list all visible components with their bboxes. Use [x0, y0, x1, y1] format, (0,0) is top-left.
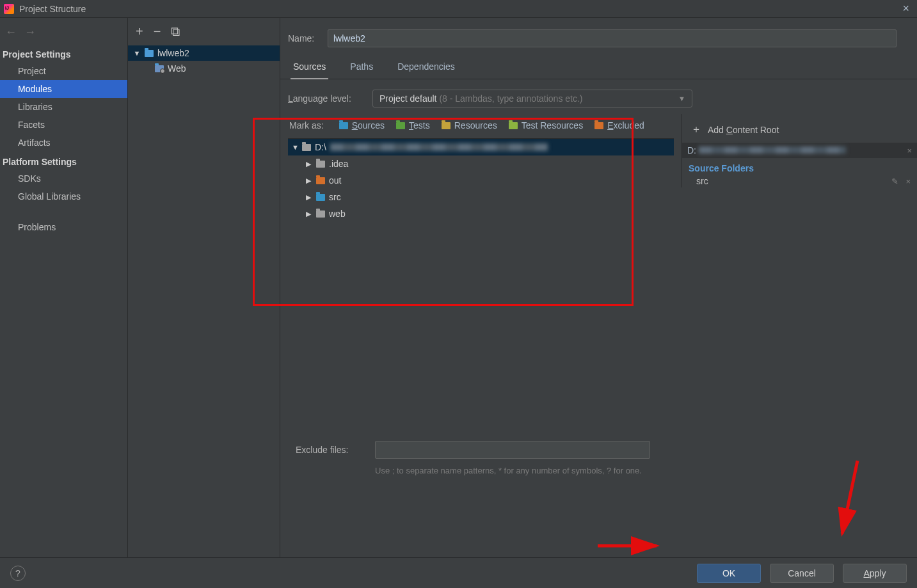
window-title: Project Structure — [19, 4, 86, 14]
caret-right-icon[interactable]: ▶ — [306, 177, 312, 185]
tree-item-idea[interactable]: ▶ .idea — [288, 155, 674, 172]
nav-item-sdks[interactable]: SDKs — [0, 170, 127, 187]
tab-sources[interactable]: Sources — [291, 58, 328, 79]
language-level-value: Project default — [379, 93, 437, 104]
resources-folder-icon — [442, 122, 451, 129]
markas-sources-button[interactable]: Sources — [339, 120, 385, 131]
nav-history-controls: ← → — [0, 18, 127, 44]
markas-tests-mnemonic: T — [409, 120, 413, 131]
tab-paths[interactable]: Paths — [347, 58, 376, 79]
add-content-root-text1: Add — [708, 125, 726, 135]
language-level-select[interactable]: Project default (8 - Lambdas, type annot… — [372, 90, 692, 107]
name-label: Name: — [288, 33, 319, 44]
content-root-row[interactable]: ▼ D:\ — [288, 139, 674, 155]
add-content-root-text2: ontent Root — [733, 125, 779, 135]
nav-item-libraries[interactable]: Libraries — [0, 98, 127, 116]
language-level-hint2: (8 - Lambdas, type annotations etc.) — [439, 93, 582, 104]
markas-excluded-text: xcluded — [614, 120, 644, 131]
add-module-icon[interactable]: + — [136, 24, 143, 39]
caret-down-icon[interactable]: ▼ — [292, 143, 298, 151]
root-path-prefix: D: — [687, 145, 696, 155]
content-root-summary: ＋ Add Content Root D: × Source Folders s… — [682, 114, 917, 187]
folder-label: .idea — [329, 159, 348, 169]
exclude-label: Exclude files: — [296, 445, 367, 455]
language-level-label: Language level: — [288, 93, 365, 104]
nav-item-problems[interactable]: Problems — [0, 218, 127, 236]
source-folder-row: src ✎ × — [682, 175, 917, 187]
nav-section-project-settings: Project Settings — [0, 44, 127, 62]
app-icon — [4, 4, 14, 14]
sources-left-column: Mark as: Sources Tests Resources — [280, 114, 682, 481]
module-name-label: lwlweb2 — [157, 48, 189, 58]
folder-icon — [302, 144, 311, 151]
apply-button[interactable]: Apply — [843, 564, 907, 583]
nav-item-project[interactable]: Project — [0, 62, 127, 80]
tab-dependencies[interactable]: Dependencies — [395, 58, 458, 79]
edit-source-icon[interactable]: ✎ — [891, 177, 898, 186]
tree-item-src[interactable]: ▶ src — [288, 189, 674, 205]
copy-module-icon[interactable]: ⧉ — [171, 24, 180, 39]
markas-tests-button[interactable]: Tests — [396, 120, 430, 131]
caret-right-icon[interactable]: ▶ — [306, 193, 312, 202]
folder-label: out — [329, 175, 341, 186]
language-level-row: Language level: Project default (8 - Lam… — [280, 79, 917, 114]
apply-mnemonic: A — [863, 568, 869, 578]
module-toolbar: + − ⧉ — [128, 18, 280, 45]
nav-item-facets[interactable]: Facets — [0, 116, 127, 134]
source-folders-title: Source Folders — [682, 158, 917, 175]
language-level-label-rest: anguage level: — [293, 93, 351, 104]
exclude-hint: Use ; to separate name patterns, * for a… — [296, 459, 654, 477]
expand-caret-icon[interactable]: ▼ — [133, 49, 141, 57]
markas-tests-text: ests — [413, 120, 430, 131]
markas-excluded-mnemonic: E — [607, 120, 613, 131]
markas-sources-mnemonic: S — [352, 120, 358, 131]
folder-label: src — [329, 192, 341, 202]
add-content-root-button[interactable]: ＋ Add Content Root — [682, 114, 917, 143]
folder-icon — [316, 194, 325, 201]
nav-item-modules[interactable]: Modules — [0, 80, 127, 98]
ok-button[interactable]: OK — [697, 564, 761, 583]
markas-test-resources-button[interactable]: Test Resources — [509, 120, 583, 131]
module-facet-row[interactable]: Web — [128, 61, 280, 76]
tree-item-out[interactable]: ▶ out — [288, 172, 674, 189]
folder-icon — [316, 211, 325, 218]
web-facet-icon — [155, 65, 164, 72]
markas-excluded-button[interactable]: Excluded — [594, 120, 644, 131]
content-root-path-row[interactable]: D: × — [682, 143, 917, 158]
module-tree-row[interactable]: ▼ lwlweb2 — [128, 45, 280, 61]
module-detail-panel: Name: Sources Paths Dependencies Languag… — [280, 18, 917, 557]
mark-as-label: Mark as: — [289, 120, 324, 131]
remove-module-icon[interactable]: − — [154, 24, 161, 39]
sources-folder-icon — [339, 122, 348, 129]
close-icon[interactable]: × — [898, 1, 913, 17]
nav-item-artifacts[interactable]: Artifacts — [0, 134, 127, 152]
module-name-input[interactable] — [328, 29, 897, 47]
apply-text: pply — [870, 568, 886, 578]
left-nav-panel: ← → Project Settings Project Modules Lib… — [0, 18, 128, 557]
test-resources-folder-icon — [509, 122, 518, 129]
exclude-files-area: Exclude files: Use ; to separate name pa… — [288, 433, 674, 481]
footer-buttons: OK Cancel Apply — [697, 564, 907, 583]
dropdown-caret-icon: ▼ — [678, 95, 685, 102]
nav-forward-icon[interactable]: → — [24, 26, 36, 39]
nav-back-icon[interactable]: ← — [5, 26, 17, 39]
cancel-button[interactable]: Cancel — [770, 564, 834, 583]
tree-item-web[interactable]: ▶ web — [288, 205, 674, 222]
nav-section-platform-settings: Platform Settings — [0, 152, 127, 170]
remove-root-icon[interactable]: × — [907, 146, 912, 155]
help-button[interactable]: ? — [10, 566, 26, 581]
folder-label: web — [329, 209, 346, 219]
content-root-label: D:\ — [315, 142, 326, 152]
nav-item-global-libraries[interactable]: Global Libraries — [0, 187, 127, 205]
title-bar: Project Structure × — [0, 0, 917, 18]
caret-right-icon[interactable]: ▶ — [306, 160, 312, 168]
caret-right-icon[interactable]: ▶ — [306, 210, 312, 218]
excluded-folder-icon — [594, 122, 603, 129]
remove-source-icon[interactable]: × — [905, 177, 911, 186]
markas-resources-button[interactable]: Resources — [442, 120, 497, 131]
exclude-files-row: Exclude files: — [296, 441, 666, 459]
plus-icon: ＋ — [691, 123, 701, 136]
module-folder-icon — [145, 50, 154, 57]
exclude-files-input[interactable] — [375, 441, 650, 459]
module-facet-label: Web — [168, 63, 186, 74]
